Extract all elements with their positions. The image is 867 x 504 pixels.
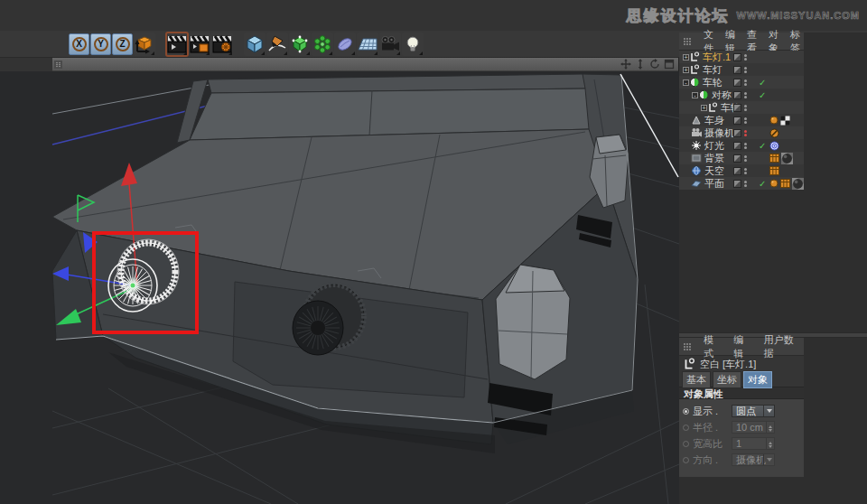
stepper-arrows[interactable] [766,422,774,433]
layer-chip[interactable] [733,91,741,99]
enabled-check[interactable]: ✓ [759,141,766,151]
subdivision-surface-button[interactable] [289,33,311,56]
display-dropdown[interactable]: 圆点 [732,405,775,417]
lock-x-axis-button[interactable]: X [69,33,89,55]
tab-basic[interactable]: 基本 [682,371,711,388]
panel-grip-icon[interactable] [683,37,692,46]
enabled-check[interactable]: ✓ [759,90,766,100]
layer-chip[interactable] [733,66,741,74]
light-tool-button[interactable] [402,33,424,56]
am-menu-edit[interactable]: 编辑 [733,333,751,360]
panel-grip-icon[interactable] [683,342,692,351]
lock-y-axis-button[interactable]: Y [90,33,111,55]
visibility-dots[interactable] [744,105,747,111]
gizmo-center-dot[interactable] [131,284,135,288]
3d-viewport[interactable] [0,58,679,504]
layer-chip[interactable] [733,154,741,163]
add-cube-primitive-button[interactable] [244,33,266,56]
material-ball-icon[interactable] [792,178,804,190]
object-name[interactable]: 车身 [704,114,724,127]
am-menu-mode[interactable]: 模式 [704,333,722,360]
scene-canvas[interactable] [0,71,679,504]
render-settings-button[interactable] [211,33,233,56]
rotate-view-icon[interactable] [649,59,660,70]
checker-tag-icon[interactable] [780,116,790,126]
compositing-tag-icon[interactable] [780,179,790,188]
compositing-tag-icon[interactable] [769,154,779,163]
expand-toggle[interactable]: + [683,54,689,61]
visibility-dots[interactable] [744,92,747,98]
enabled-check[interactable]: ✓ [759,78,766,88]
keyframe-circle[interactable] [683,457,689,463]
protection-tag-icon[interactable] [769,128,779,138]
layer-chip[interactable] [733,53,741,61]
target-tag-icon[interactable] [769,141,779,151]
visibility-dots[interactable] [744,168,747,174]
visibility-dots[interactable] [744,143,747,149]
lock-z-axis-button[interactable]: Z [112,33,133,55]
tree-row-headlight-1[interactable]: + 车灯.1 [679,51,804,63]
visibility-dots[interactable] [744,117,747,124]
deformer-button[interactable] [334,33,356,56]
object-name[interactable]: 车灯 [703,63,722,77]
tree-row-headlight[interactable]: + 车灯 [679,63,804,76]
tree-row-light[interactable]: 灯光 ✓ [679,139,804,152]
tree-row-sky[interactable]: 天空 [679,164,804,177]
chevron-down-icon[interactable] [763,406,774,416]
layer-chip[interactable] [733,142,741,150]
coordinate-system-button[interactable] [134,33,155,56]
camera-tool-button[interactable] [379,33,401,56]
visibility-dots-off[interactable] [744,130,747,136]
am-menu-userdata[interactable]: 用户数据 [764,333,801,360]
layer-chip[interactable] [733,167,741,175]
pan-view-icon[interactable] [620,59,631,70]
tree-row-wheel[interactable]: - 车轮 ✓ [679,76,804,89]
expand-toggle[interactable]: + [683,67,689,73]
object-name[interactable]: 车灯.1 [703,51,731,64]
enabled-check[interactable]: ✓ [759,179,766,189]
orientation-dropdown[interactable]: 摄像机 [732,453,775,466]
object-name[interactable]: 天空 [704,164,724,178]
object-name[interactable]: 摄像机 [704,126,734,140]
keyframe-circle[interactable] [683,408,689,415]
material-ball-icon[interactable] [781,153,793,164]
collapse-toggle[interactable]: - [683,79,689,86]
layer-chip[interactable] [733,180,741,188]
object-name[interactable]: 灯光 [704,139,724,153]
visibility-dots[interactable] [744,79,747,86]
tree-row-body[interactable]: 车身 [679,114,804,126]
tree-row-background[interactable]: 背景 [679,152,804,164]
visibility-dots[interactable] [744,181,747,187]
render-picture-viewer-button[interactable] [189,33,210,56]
collapse-toggle[interactable]: - [692,92,698,98]
layer-chip[interactable] [733,104,741,112]
tab-object[interactable]: 对象 [743,371,772,388]
layer-chip[interactable] [733,79,741,87]
visibility-dots[interactable] [744,67,747,73]
texture-tag-icon[interactable] [769,116,778,125]
layer-chip[interactable] [733,117,741,125]
tab-coordinates[interactable]: 坐标 [713,371,741,388]
spline-pen-button[interactable] [266,33,288,56]
keyframe-circle[interactable] [683,425,689,431]
render-view-button[interactable] [166,33,188,56]
keyframe-circle[interactable] [683,441,689,447]
aspect-ratio-field[interactable]: 1 [732,437,775,450]
dolly-zoom-icon[interactable] [635,59,646,70]
chevron-down-icon[interactable] [763,454,774,465]
object-name[interactable]: 背景 [704,152,724,165]
maximize-view-icon[interactable] [664,59,675,70]
layer-chip[interactable] [733,129,741,137]
floor-environment-button[interactable] [357,33,378,56]
expand-toggle[interactable]: + [701,105,707,111]
tree-row-symmetry[interactable]: - 对称 ✓ [679,89,804,101]
array-modeling-button[interactable] [312,33,333,56]
visibility-dots[interactable] [744,155,747,162]
tree-row-plane[interactable]: 平面 ✓ [679,177,804,190]
texture-tag-icon[interactable] [769,179,778,188]
stepper-arrows[interactable] [766,438,774,449]
visibility-dots[interactable] [744,54,747,61]
tree-row-camera[interactable]: 摄像机 [679,126,804,139]
viewport-menu-grip[interactable] [54,61,62,69]
tree-row-wheel-child[interactable]: + 车轮 [679,101,804,114]
